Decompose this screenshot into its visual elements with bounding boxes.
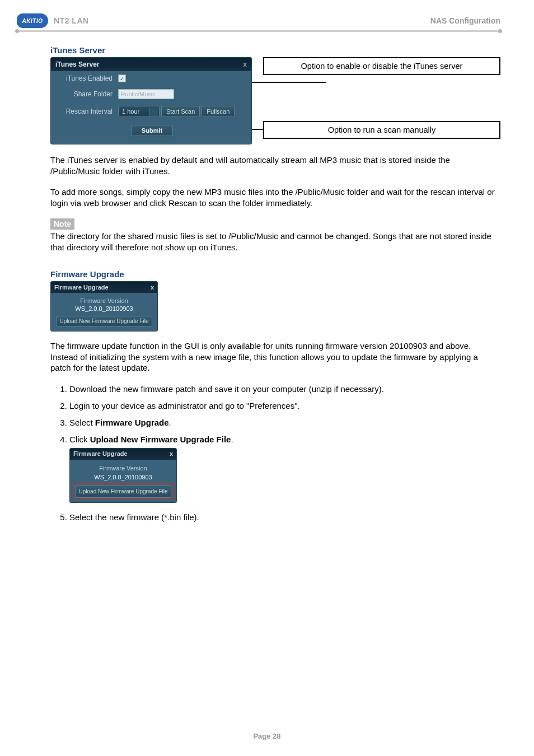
firmware-upgrade-panel: Firmware Upgrade x Firmware Version WS_2…	[50, 281, 158, 332]
start-scan-button[interactable]: Start Scan	[161, 106, 200, 117]
doc-header: AKITIO NT2 LAN NAS Configuration	[17, 13, 500, 28]
itunes-enabled-label: iTunes Enabled	[57, 74, 113, 82]
upload-firmware-button[interactable]: Upload New Firmware Upgrade File	[56, 316, 153, 326]
step-3: Select Firmware Upgrade.	[69, 417, 500, 428]
firmware-version-label: Firmware Version	[74, 464, 172, 473]
fullscan-button[interactable]: Fullscan	[202, 106, 235, 117]
close-icon[interactable]: x	[170, 450, 173, 458]
logo-badge: AKITIO	[17, 13, 48, 28]
product-name: NT2 LAN	[54, 16, 89, 25]
itunes-server-panel: iTunes Server x iTunes Enabled ✓ Share F…	[50, 57, 252, 144]
itunes-description-1: The iTunes server is enabled by default …	[50, 155, 500, 176]
section-name: NAS Configuration	[430, 16, 500, 25]
firmware-version-label: Firmware Version	[55, 297, 153, 304]
panel-title: Firmware Upgrade	[54, 284, 109, 291]
step-1: Download the new firmware patch and save…	[69, 384, 500, 395]
panel-title: iTunes Server	[55, 60, 99, 68]
heading-firmware-upgrade: Firmware Upgrade	[50, 269, 500, 279]
firmware-version-value: WS_2.0.0_20100903	[74, 473, 172, 482]
itunes-enabled-checkbox[interactable]: ✓	[118, 74, 126, 82]
firmware-upgrade-panel-highlighted: Firmware Upgrade x Firmware Version WS_2…	[69, 448, 177, 503]
close-icon[interactable]: x	[243, 60, 247, 68]
share-folder-input[interactable]: Public/Music	[118, 89, 174, 99]
share-folder-label: Share Folder	[57, 90, 113, 98]
callout-enable-disable: Option to enable or disable the iTunes s…	[263, 57, 500, 75]
panel-title: Firmware Upgrade	[73, 450, 128, 458]
note-text: The directory for the shared music files…	[50, 231, 500, 253]
rescan-interval-label: Rescan Interval	[57, 108, 113, 115]
close-icon[interactable]: x	[151, 284, 154, 291]
upload-firmware-button[interactable]: Upload New Firmware Upgrade File	[75, 486, 172, 498]
rescan-interval-select[interactable]: 1 hour	[118, 106, 160, 117]
header-divider	[17, 30, 500, 32]
step-2: Login to your device as administrator an…	[69, 400, 500, 412]
firmware-version-value: WS_2.0.0_20100903	[55, 305, 153, 312]
firmware-description: The firmware update function in the GUI …	[50, 340, 500, 374]
step-4: Click Upload New Firmware Upgrade File. …	[69, 434, 500, 502]
itunes-description-2: To add more songs, simply copy the new M…	[50, 186, 500, 208]
heading-itunes-server: iTunes Server	[50, 45, 500, 55]
callout-run-scan: Option to run a scan manually	[263, 121, 500, 139]
step-5: Select the new firmware (*.bin file).	[69, 512, 500, 523]
note-label: Note	[50, 218, 74, 230]
page-number: Page 28	[0, 732, 534, 740]
submit-button[interactable]: Submit	[131, 125, 173, 136]
